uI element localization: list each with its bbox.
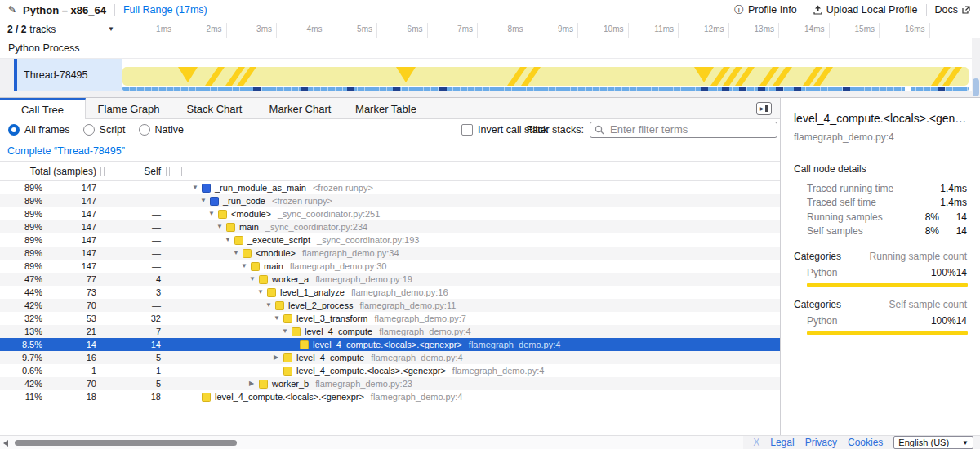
expand-arrow-icon[interactable]: ▼ [233,247,243,260]
x-social-link[interactable]: X [753,437,760,448]
panel-arrow-icon: ▶ [760,106,764,111]
radio-script[interactable] [83,124,95,136]
function-name: _run_module_as_main [215,181,306,194]
radio-all-frames[interactable] [8,124,20,136]
function-file: flamegraph_demo.py:19 [315,273,412,286]
ruler-tick-line [327,23,327,38]
process-track[interactable]: Python Process [0,38,980,59]
tab-flame-graph[interactable]: Flame Graph [86,98,172,119]
row-self: — [96,194,161,207]
call-tree-row[interactable]: 32%5332▼level_3_transformflamegraph_demo… [0,312,780,325]
native-label[interactable]: Native [155,124,184,136]
expand-arrow-icon[interactable]: ▼ [241,260,251,273]
metric-row: Traced running time 1.4ms [807,181,967,196]
filter-input-box[interactable] [590,122,777,138]
column-resize-handle[interactable] [100,167,101,176]
expand-arrow-icon[interactable]: ▼ [225,233,234,247]
radio-native[interactable] [139,124,150,136]
call-tree-row[interactable]: 8.5%1414level_4_compute.<locals>.<genexp… [0,338,780,351]
category-swatch [300,340,309,349]
call-tree-row[interactable]: 42%70—▼level_2_processflamegraph_demo.py… [0,299,780,312]
tracks-vertical-scrollbar[interactable] [972,38,980,97]
cookies-link[interactable]: Cookies [848,437,883,448]
row-total-percent: 89% [0,247,42,260]
function-file: flamegraph_demo.py:34 [302,247,399,260]
invert-call-stack-checkbox[interactable] [461,124,473,136]
tab-stack-chart[interactable]: Stack Chart [172,98,257,119]
script-label[interactable]: Script [100,124,126,136]
function-name: level_4_compute.<locals>.<genexpr> [313,338,462,351]
main-area: Call TreeFlame GraphStack ChartMarker Ch… [0,97,980,435]
category-value: 14 [956,315,967,327]
row-self: 5 [96,377,161,390]
tracks-dropdown[interactable]: 2 / 2 tracks ▼ [0,20,122,38]
call-tree-row[interactable]: 89%147—▼_execute_script_sync_coordinator… [0,233,780,247]
call-tree-row[interactable]: 89%147—▼_run_code<frozen runpy> [0,194,780,207]
samples-strip[interactable] [122,87,969,91]
expand-arrow-icon[interactable]: ▶ [249,377,259,390]
scroll-left-arrow-icon[interactable] [3,440,8,447]
category-name: Python [807,315,931,327]
metric-value: 1.4ms [939,197,967,208]
expand-arrow-icon[interactable]: ▼ [208,207,218,220]
docs-link[interactable]: Docs [935,4,970,16]
tracks-scrollbar-thumb[interactable] [973,78,979,96]
row-total-samples: 70 [42,299,96,312]
expand-arrow-icon[interactable]: ▼ [257,286,267,299]
category-color-bar [807,331,968,335]
call-tree-row[interactable]: 9.7%165▶level_4_computeflamegraph_demo.p… [0,351,780,364]
tab-marker-chart[interactable]: Marker Chart [257,98,343,119]
expand-arrow-icon[interactable]: ▼ [265,299,275,312]
function-name: level_4_compute [296,351,364,364]
tab-marker-table[interactable]: Marker Table [343,98,429,119]
privacy-link[interactable]: Privacy [805,437,837,448]
expand-arrow-icon[interactable]: ▼ [216,220,226,233]
legal-link[interactable]: Legal [770,437,794,448]
row-total-percent: 89% [0,233,42,247]
row-self: — [96,260,161,273]
complete-thread-link[interactable]: Complete “Thread-78495” [7,145,125,157]
samples-dark-segment [722,87,729,91]
expand-arrow-icon[interactable]: ▼ [249,273,259,286]
column-resize-handle[interactable] [104,167,105,176]
edit-profile-name-icon[interactable]: ✎ [8,4,16,16]
full-range-link[interactable]: Full Range (17ms) [123,4,207,16]
sidebar-toggle-button[interactable]: ▶ [756,102,772,115]
column-self[interactable]: Self [96,166,161,177]
call-tree-row[interactable]: 13%217▼level_4_computeflamegraph_demo.py… [0,325,780,338]
function-file: _sync_coordinator.py:251 [278,207,380,220]
expand-arrow-icon[interactable]: ▼ [274,312,283,325]
call-tree-row[interactable]: 0.6%11level_4_compute.<locals>.<genexpr>… [0,364,780,377]
column-total-samples[interactable]: Total (samples) [0,166,96,177]
call-tree-row[interactable]: 89%147—▼mainflamegraph_demo.py:30 [0,260,780,273]
column-resize-handle[interactable] [181,167,182,176]
column-resize-handle[interactable] [169,167,170,176]
category-swatch [202,393,211,402]
time-ruler[interactable]: 1ms2ms3ms4ms5ms6ms7ms8ms9ms10ms11ms12ms1… [122,20,972,38]
thread-track-header[interactable]: Thread-78495 [17,59,122,91]
expand-arrow-icon[interactable]: ▶ [274,351,283,364]
upload-profile-button[interactable]: Upload Local Profile [813,4,918,16]
call-tree-row[interactable]: 89%147—▼<module>_sync_coordinator.py:251 [0,207,780,220]
horizontal-scrollbar-thumb[interactable] [15,440,237,446]
tracks-count: 2 / 2 [7,24,26,35]
call-tree-row[interactable]: 44%733▼level_1_analyzeflamegraph_demo.py… [0,286,780,299]
filter-stacks-input[interactable] [608,122,773,136]
call-tree-row[interactable]: 42%705▶worker_bflamegraph_demo.py:23 [0,377,780,390]
expand-arrow-icon[interactable]: ▼ [282,325,292,338]
category-row: Python 100% 14 [807,313,967,327]
call-tree-row[interactable]: 89%147—▼<module>flamegraph_demo.py:34 [0,247,780,260]
call-tree-row[interactable]: 11%1818level_4_compute.<locals>.<genexpr… [0,390,780,403]
call-tree-row[interactable]: 89%147—▼_run_module_as_main<frozen runpy… [0,181,780,194]
column-resize-handle[interactable] [166,167,167,176]
language-select[interactable]: English (US) ▼ [893,436,973,449]
ruler-tick-line [678,23,679,38]
thread-track[interactable]: Thread-78495 [0,59,980,91]
tab-call-tree[interactable]: Call Tree [0,98,86,119]
profile-info-button[interactable]: ⓘ Profile Info [734,3,797,17]
all-frames-label[interactable]: All frames [24,124,70,136]
call-tree-row[interactable]: 89%147—▼main_sync_coordinator.py:234 [0,220,780,233]
call-tree-row[interactable]: 47%774▼worker_aflamegraph_demo.py:19 [0,273,780,286]
expand-arrow-icon[interactable]: ▼ [200,194,210,207]
expand-arrow-icon[interactable]: ▼ [192,181,202,194]
